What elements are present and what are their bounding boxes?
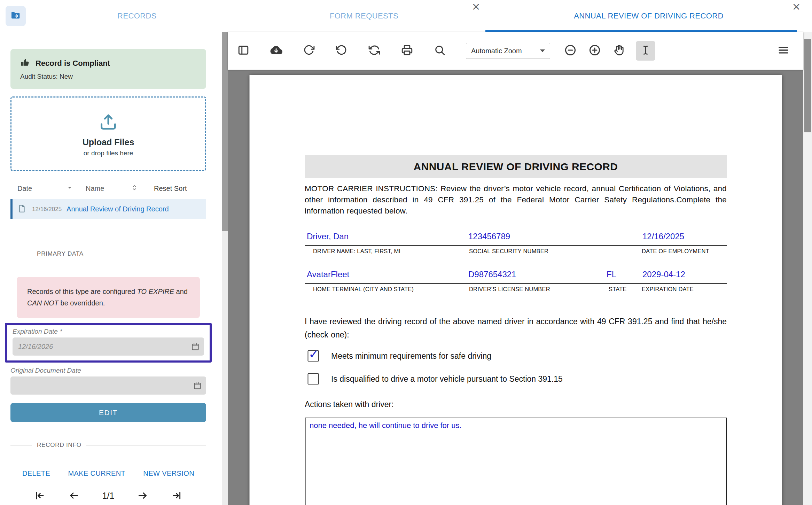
zoom-out-button[interactable] [563,44,578,57]
warning-emphasis: TO EXPIRE [137,288,174,295]
record-info-divider: RECORD INFO [10,442,206,449]
viewer-menu-button[interactable] [777,44,790,57]
pdf-toolbar: Automatic Zoom [228,32,803,70]
cloud-download-icon [270,44,282,58]
zoom-in-button[interactable] [587,44,602,57]
sort-updown-icon [131,184,138,193]
driver-name-label: DRIVER NAME: LAST, FIRST, MI [305,248,468,255]
ssn-value[interactable]: 123456789 [468,231,595,242]
compliance-title: Record is Compliant [36,59,110,68]
chevron-down-icon [540,49,545,52]
employment-date-label: DATE OF EMPLOYMENT [636,248,727,255]
sync-icon [368,44,380,57]
primary-data-divider: PRIMARY DATA [10,250,206,257]
page-indicator: 1/1 [102,491,115,501]
sidebar-scrollbar-thumb[interactable] [222,32,228,231]
tab-annual-review-label: ANNUAL REVIEW OF DRIVING RECORD [574,11,724,21]
warning-text: be overridden. [58,299,105,307]
search-icon [434,44,446,57]
original-document-date-input[interactable] [10,376,206,395]
upload-dropzone[interactable]: Upload Files or drop files here [10,96,206,171]
check-label-disqualified: Is disqualified to drive a motor vehicle… [331,374,563,384]
hand-icon [613,44,625,58]
expiration-date-highlight: Expiration Date * [5,323,212,363]
sidebar-scrollbar[interactable] [222,32,228,505]
pdf-canvas-area[interactable]: ANNUAL REVIEW OF DRIVING RECORD MOTOR CA… [228,70,803,505]
search-button[interactable] [433,44,446,57]
next-page-button[interactable] [137,490,148,501]
state-value[interactable]: FL [595,269,636,280]
actions-taken-textbox[interactable]: none needed, he will continue to drive f… [305,418,727,505]
expiration-date-input[interactable] [13,337,204,356]
rotate-counterclockwise-button[interactable] [335,44,348,57]
tab-form-requests-label: FORM REQUESTS [330,11,398,21]
form-fields-row-2: AvatarFleet D987654321 FL 2029-04-12 HOM… [305,269,727,293]
home-tile[interactable] [6,6,26,26]
license-number-label: DRIVER’S LICENSE NUMBER [468,286,595,293]
edit-button[interactable]: EDIT [10,403,206,422]
caret-down-icon [66,184,73,193]
tab-records-label: RECORDS [117,11,157,21]
state-label: STATE [595,286,636,293]
record-info-label: RECORD INFO [37,442,81,449]
home-button[interactable] [0,0,31,32]
close-icon[interactable]: × [471,1,481,12]
warning-text: Records of this type are configured [27,288,137,295]
text-cursor-icon [640,44,651,57]
sort-by-name[interactable]: Name [86,184,138,193]
make-current-button[interactable]: MAKE CURRENT [68,469,125,477]
home-terminal-value[interactable]: AvatarFleet [305,269,468,280]
original-document-date-label: Original Document Date [10,367,206,374]
driver-name-value[interactable]: Driver, Dan [305,231,468,242]
sort-by-date[interactable]: Date [17,184,73,193]
pdf-viewer: Automatic Zoom [228,32,803,505]
active-tab-underline [485,30,797,32]
document-title: ANNUAL REVIEW OF DRIVING RECORD [305,155,727,178]
last-page-button[interactable] [171,490,182,501]
tab-form-requests[interactable]: FORM REQUESTS × [243,0,485,32]
tab-records[interactable]: RECORDS [31,0,243,32]
tab-annual-review[interactable]: ANNUAL REVIEW OF DRIVING RECORD × [485,0,812,32]
review-statement: I have reviewed the driving record of th… [305,315,727,341]
checkbox-disqualified[interactable] [307,373,319,384]
file-name-link[interactable]: Annual Review of Driving Record [67,205,169,213]
calendar-button[interactable] [191,342,200,351]
toggle-sidebar-button[interactable] [237,44,250,57]
version-pagination: 1/1 [10,490,206,501]
print-button[interactable] [400,44,414,57]
reset-sort-button[interactable]: Reset Sort [154,185,187,193]
tab-bar: RECORDS FORM REQUESTS × ANNUAL REVIEW OF… [0,0,812,32]
text-select-tool-button[interactable] [636,41,655,61]
employment-date-value[interactable]: 12/16/2025 [636,231,727,242]
document-scrollbar[interactable] [803,32,812,505]
document-scrollbar-thumb[interactable] [804,39,811,132]
zoom-select[interactable]: Automatic Zoom [466,43,550,59]
new-version-button[interactable]: NEW VERSION [143,469,194,477]
refresh-button[interactable] [368,44,381,57]
toolbar-right-group [563,41,664,61]
calendar-button[interactable] [193,381,202,390]
first-page-button[interactable] [34,490,45,501]
app-window: RECORDS FORM REQUESTS × ANNUAL REVIEW OF… [0,0,812,505]
document-file-icon [17,204,26,215]
file-date: 12/16/2025 [32,206,62,213]
thumbs-up-icon [20,57,30,69]
rotate-clockwise-button[interactable] [302,44,315,57]
previous-page-button[interactable] [68,490,79,501]
delete-button[interactable]: DELETE [22,469,50,477]
sort-date-label: Date [17,185,32,193]
download-button[interactable] [270,44,283,57]
printer-icon [401,44,413,57]
actions-taken-label: Actions taken with driver: [305,400,727,409]
audit-status-text: Audit Status: New [20,73,196,80]
hand-tool-button[interactable] [611,44,627,57]
license-number-value[interactable]: D987654321 [468,269,595,280]
file-list-item-selected[interactable]: 12/16/2025 Annual Review of Driving Reco… [10,199,206,219]
zoom-in-icon [588,44,601,58]
checkbox-meets-requirements[interactable]: ✓ [307,350,319,362]
sidebar-toggle-icon [237,44,249,57]
close-icon[interactable]: × [792,1,801,12]
license-expiration-value[interactable]: 2029-04-12 [636,269,727,280]
expire-warning-box: Records of this type are configured TO E… [17,277,200,318]
warning-text: and [174,288,188,295]
